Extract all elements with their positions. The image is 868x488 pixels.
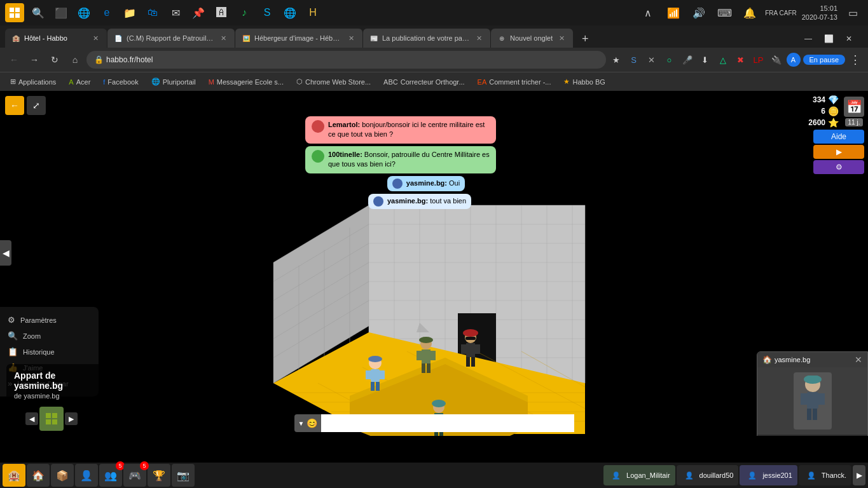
tab-close-rapport[interactable]: ✕ bbox=[218, 33, 228, 43]
navigate-back-button[interactable]: ← bbox=[5, 96, 24, 115]
habbo-icon[interactable]: H bbox=[303, 3, 323, 23]
sticky-icon[interactable]: 📌 bbox=[188, 3, 209, 23]
pause-button[interactable]: En pause bbox=[803, 55, 845, 65]
tab-close-habbo[interactable]: ✕ bbox=[90, 33, 100, 43]
bookmark-acer[interactable]: A Acer bbox=[64, 77, 95, 87]
gdrive-icon[interactable]: △ bbox=[715, 52, 731, 67]
forward-button[interactable]: → bbox=[25, 51, 43, 69]
download-icon[interactable]: ⬇ bbox=[698, 52, 713, 67]
address-bar: ← → ↻ ⌂ 🔒 habbo.fr/hotel ★ S ✕ ○ 🎤 ⬇ △ ✖… bbox=[0, 48, 868, 72]
tab-close-publication[interactable]: ✕ bbox=[474, 33, 484, 43]
extension-icon3[interactable]: ○ bbox=[662, 52, 677, 67]
tab-close-hebergeur[interactable]: ✕ bbox=[346, 33, 356, 43]
bookmark-habbo-bg[interactable]: ★ Habbo BG bbox=[558, 76, 610, 87]
bookmark-acer-label: Acer bbox=[76, 78, 91, 86]
folder-icon[interactable]: 📁 bbox=[120, 3, 140, 23]
extension-icon1[interactable]: S bbox=[626, 52, 642, 67]
chrome2-icon[interactable]: 🌐 bbox=[280, 3, 300, 23]
tab-favicon-habbo: 🏨 bbox=[11, 34, 20, 43]
orange-action-button[interactable]: ▶ bbox=[813, 145, 864, 159]
aide-button[interactable]: Aide bbox=[813, 130, 864, 144]
extension-icon5[interactable]: 🔌 bbox=[769, 52, 784, 67]
player-badge-logan[interactable]: 👤 Logan_Militair bbox=[603, 465, 675, 485]
menu-item-zoom[interactable]: 🔍 Zoom bbox=[0, 328, 99, 344]
chrome-icon[interactable]: 🌐 bbox=[74, 3, 94, 23]
room-controls: ← ⤢ bbox=[5, 96, 46, 115]
store-icon[interactable]: 🛍 bbox=[142, 3, 163, 23]
tab-rapport[interactable]: 📄 (C.M) Rapport de Patrouille de... ✕ bbox=[107, 29, 235, 48]
tab-title-habbo: Hôtel - Habbo bbox=[24, 34, 86, 42]
nav-icon-habbo[interactable]: 🏨 bbox=[3, 464, 25, 487]
mail-icon[interactable]: ✉ bbox=[165, 3, 186, 23]
tab-hebergeur[interactable]: 🖼️ Hébergeur d'image - Héberge... ✕ bbox=[235, 29, 362, 48]
chat-emoji-icon[interactable]: 😊 bbox=[307, 418, 317, 428]
back-button[interactable]: ← bbox=[5, 51, 23, 69]
chat-dropdown-icon[interactable]: ▼ bbox=[298, 420, 305, 427]
skype-icon[interactable]: S bbox=[257, 3, 277, 23]
tab-publication[interactable]: 📰 La publication de votre patrou... ✕ bbox=[363, 29, 490, 48]
spotify-icon[interactable]: ♪ bbox=[234, 3, 254, 23]
home-button[interactable]: ⌂ bbox=[66, 51, 84, 69]
profile-icon[interactable]: A bbox=[787, 53, 801, 67]
player-list-next[interactable]: ▶ bbox=[853, 465, 865, 485]
bookmark-facebook[interactable]: f Facebook bbox=[98, 77, 143, 87]
bookmark-applications[interactable]: ⊞ Applications bbox=[5, 76, 61, 87]
room-nav-left[interactable]: ◀ bbox=[25, 412, 38, 425]
tab-close-new[interactable]: ✕ bbox=[556, 33, 567, 43]
extension-icon4[interactable]: ✖ bbox=[733, 52, 748, 67]
nav-icon-rooms[interactable]: 🏠 bbox=[27, 464, 50, 487]
extension-icon2[interactable]: ✕ bbox=[644, 52, 659, 67]
menu-item-historique[interactable]: 📋 Historique bbox=[0, 344, 99, 360]
keyboard-icon[interactable]: ⌨ bbox=[714, 3, 734, 23]
network-icon[interactable]: 📶 bbox=[663, 3, 684, 23]
start-button[interactable] bbox=[5, 3, 24, 22]
amazon-icon[interactable]: 🅰 bbox=[211, 3, 231, 23]
player-badge-jessie[interactable]: 👤 jessie201 bbox=[740, 465, 797, 485]
wifi-icon[interactable]: 🔊 bbox=[689, 3, 709, 23]
days-badge: 11 j. bbox=[845, 118, 864, 126]
room-nav-right[interactable]: ▶ bbox=[65, 412, 78, 425]
tab-habbo[interactable]: 🏨 Hôtel - Habbo ✕ bbox=[5, 29, 107, 48]
nav-icon-quests[interactable]: 🎮 5 bbox=[123, 464, 146, 487]
currency-stars-row: 2600 ⭐ bbox=[808, 118, 839, 128]
purple-action-button[interactable]: ⚙ bbox=[813, 160, 864, 174]
profile-close-button[interactable]: ✕ bbox=[855, 355, 862, 365]
bottom-nav-right: 👤 Logan_Militair 👤 douillard50 👤 jessie2… bbox=[601, 465, 868, 485]
url-bar[interactable]: 🔒 habbo.fr/hotel bbox=[86, 51, 606, 69]
player-badge-thanck[interactable]: 👤 Thanck. bbox=[799, 465, 851, 485]
edge-icon[interactable]: e bbox=[97, 3, 117, 23]
menu-item-parametres[interactable]: ⚙ Paramètres bbox=[0, 312, 99, 328]
bookmark-correcteur[interactable]: ABC Correcteur Orthogr... bbox=[378, 77, 470, 87]
bookmark-star-icon[interactable]: ★ bbox=[609, 52, 624, 67]
chevron-icon[interactable]: ∧ bbox=[638, 3, 658, 23]
search-icon[interactable]: 🔍 bbox=[28, 3, 48, 23]
refresh-button[interactable]: ↻ bbox=[46, 51, 64, 69]
bookmark-ea[interactable]: EA Comment tricher -... bbox=[472, 77, 556, 87]
nav-icon-catalog[interactable]: 📦 bbox=[51, 464, 74, 487]
nav-icon-camera[interactable]: 📷 bbox=[172, 464, 195, 487]
task-view-icon[interactable]: ⬛ bbox=[51, 3, 71, 23]
close-window-button[interactable]: ✕ bbox=[840, 30, 858, 48]
profile-username: yasmine.bg bbox=[775, 356, 810, 363]
notification-icon[interactable]: 🔔 bbox=[740, 3, 760, 23]
nav-icon-avatar[interactable]: 👤 bbox=[75, 464, 98, 487]
tab-new[interactable]: ⊕ Nouvel onglet ✕ bbox=[491, 29, 573, 48]
chat-input-field[interactable] bbox=[321, 414, 574, 432]
player-badge-douillard[interactable]: 👤 douillard50 bbox=[677, 465, 739, 485]
minimize-button[interactable]: — bbox=[799, 30, 817, 48]
nav-icon-friends[interactable]: 👥 5 bbox=[99, 464, 122, 487]
left-panel-toggle[interactable]: ◀ bbox=[0, 240, 11, 266]
mic-icon[interactable]: 🎤 bbox=[680, 52, 695, 67]
chat-text-100tinelle: 100tinelle: Bonsoir, patrouille du Centr… bbox=[328, 150, 490, 170]
fullscreen-button[interactable]: ⤢ bbox=[27, 96, 46, 115]
bookmark-messagerie[interactable]: M Messagerie Ecole s... bbox=[203, 77, 289, 87]
lastpass-icon[interactable]: LP bbox=[751, 52, 766, 67]
maximize-button[interactable]: ⬜ bbox=[820, 30, 837, 48]
new-tab-button[interactable]: + bbox=[576, 30, 594, 48]
tab-bar: 🏨 Hôtel - Habbo ✕ 📄 (C.M) Rapport de Pat… bbox=[0, 25, 868, 48]
show-desktop-icon[interactable]: ▭ bbox=[843, 3, 863, 23]
bookmark-chrome-store[interactable]: ⬡ Chrome Web Store... bbox=[291, 76, 376, 87]
menu-dots-icon[interactable]: ⋮ bbox=[848, 52, 863, 67]
nav-icon-achievements[interactable]: 🏆 bbox=[148, 464, 170, 487]
bookmark-pluriportail[interactable]: 🌐 Pluriportail bbox=[146, 76, 201, 87]
